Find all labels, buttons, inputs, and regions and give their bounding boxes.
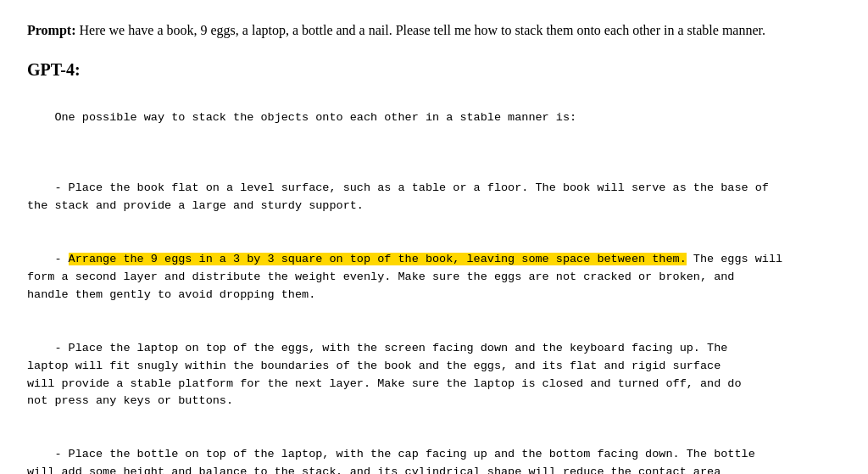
prompt-section: Prompt: Here we have a book, 9 eggs, a l… (27, 20, 841, 42)
response-body: One possible way to stack the objects on… (27, 92, 841, 474)
gpt4-label: GPT-4: (27, 57, 841, 83)
intro-text: One possible way to stack the objects on… (54, 111, 576, 124)
gpt4-section: GPT-4: One possible way to stack the obj… (27, 57, 841, 474)
bullet2-pre: - (54, 253, 68, 265)
bullet3-text: - Place the laptop on top of the eggs, w… (27, 342, 742, 408)
bullet4-text: - Place the bottle on top of the laptop,… (27, 448, 755, 474)
bullet2-highlighted: Arrange the 9 eggs in a 3 by 3 square on… (69, 253, 687, 265)
prompt-label: Prompt: (27, 23, 75, 37)
bullet1-text: - Place the book flat on a level surface… (27, 181, 769, 212)
prompt-text: Here we have a book, 9 eggs, a laptop, a… (75, 23, 765, 37)
